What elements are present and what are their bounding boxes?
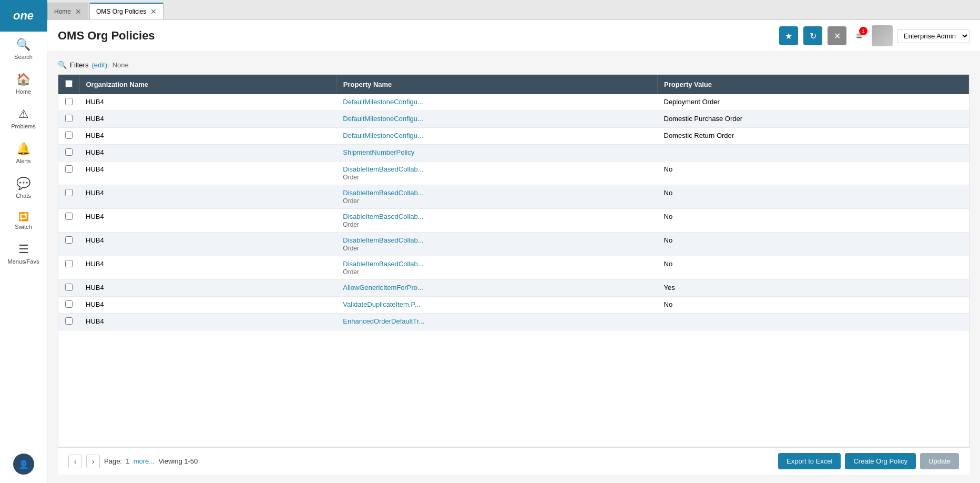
tab-home[interactable]: Home ✕ xyxy=(47,3,88,19)
col-org-name: Organization Name xyxy=(79,75,336,94)
row-checkbox[interactable] xyxy=(65,165,73,173)
tab-bar: Home ✕ OMS Org Policies ✕ xyxy=(47,0,980,20)
row-checkbox[interactable] xyxy=(65,132,73,139)
row-checkbox-cell xyxy=(58,111,79,128)
sidebar-item-menus[interactable]: ☰ Menus/Favs xyxy=(0,236,47,271)
export-excel-button[interactable]: Export to Excel xyxy=(778,453,841,469)
col-property-name: Property Name xyxy=(336,75,657,94)
menu-button[interactable]: ≡ 1 xyxy=(852,28,866,44)
row-property-name: DisableItemBasedCollab... Order xyxy=(336,185,657,209)
user-role-select[interactable]: Enterprise Admin xyxy=(897,29,969,43)
content-area: OMS Org Policies ★ ↻ ✕ ≡ 1 Enterprise Ad… xyxy=(47,20,980,483)
row-property-name: DisableItemBasedCollab... Order xyxy=(336,162,657,185)
star-button[interactable]: ★ xyxy=(779,26,798,45)
row-property-value: No xyxy=(658,162,969,185)
sidebar-item-chats[interactable]: 💬 Chats xyxy=(0,170,47,205)
filter-icon: 🔍 xyxy=(58,61,67,69)
row-property-value xyxy=(658,145,969,162)
more-pages-link[interactable]: more... xyxy=(134,457,155,465)
sidebar-item-search[interactable]: 🔍 Search xyxy=(0,32,47,66)
table-row: HUB4 EnhancedOrderDefaultTr... xyxy=(58,314,969,330)
tab-oms-label: OMS Org Policies xyxy=(96,8,146,15)
row-org-name: HUB4 xyxy=(79,145,336,162)
switch-icon: 🔁 xyxy=(18,212,29,222)
prev-page-button[interactable]: ‹ xyxy=(68,455,82,468)
row-checkbox[interactable] xyxy=(65,98,73,105)
row-checkbox-cell xyxy=(58,297,79,314)
row-checkbox[interactable] xyxy=(65,300,73,308)
row-checkbox[interactable] xyxy=(65,213,73,220)
tab-oms-org-policies[interactable]: OMS Org Policies ✕ xyxy=(89,3,164,19)
row-checkbox-cell xyxy=(58,209,79,233)
sidebar-item-problems[interactable]: ⚠ Problems xyxy=(0,101,47,136)
menus-icon: ☰ xyxy=(18,243,29,256)
row-checkbox[interactable] xyxy=(65,189,73,196)
row-org-name: HUB4 xyxy=(79,209,336,233)
filter-edit-link[interactable]: (edit): xyxy=(91,61,109,69)
row-checkbox[interactable] xyxy=(65,317,73,325)
sidebar-item-switch[interactable]: 🔁 Switch xyxy=(0,205,47,236)
table-row: HUB4 DefaultMilestoneConfigu... Domestic… xyxy=(58,128,969,145)
sidebar-item-user-avatar[interactable]: 👤 xyxy=(0,447,47,483)
menu-badge: 1 xyxy=(859,27,867,35)
sidebar-label-search: Search xyxy=(14,54,33,60)
user-area: Enterprise Admin xyxy=(872,25,969,46)
create-org-policy-button[interactable]: Create Org Policy xyxy=(845,453,916,469)
row-checkbox[interactable] xyxy=(65,148,73,156)
sidebar-item-alerts[interactable]: 🔔 Alerts xyxy=(0,136,47,170)
row-property-name: DefaultMilestoneConfigu... xyxy=(336,128,657,145)
tab-home-close[interactable]: ✕ xyxy=(75,7,81,16)
table-row: HUB4 ValidateDuplicateItem.P... No xyxy=(58,297,969,314)
row-checkbox[interactable] xyxy=(65,260,73,267)
row-checkbox-cell xyxy=(58,145,79,162)
row-property-name: DisableItemBasedCollab... Order xyxy=(336,256,657,280)
problems-icon: ⚠ xyxy=(18,107,29,121)
row-property-value: No xyxy=(658,233,969,256)
bottom-bar: ‹ › Page: 1 more... Viewing 1-50 Export … xyxy=(58,447,969,475)
col-property-value: Property Value xyxy=(658,75,969,94)
row-property-value: No xyxy=(658,297,969,314)
data-table: Organization Name Property Name Property… xyxy=(58,75,969,330)
row-checkbox-cell xyxy=(58,94,79,111)
table-row: HUB4 DefaultMilestoneConfigu... Deployme… xyxy=(58,94,969,111)
row-checkbox[interactable] xyxy=(65,115,73,122)
alerts-icon: 🔔 xyxy=(16,142,30,156)
row-org-name: HUB4 xyxy=(79,128,336,145)
table-body: HUB4 DefaultMilestoneConfigu... Deployme… xyxy=(58,94,969,330)
row-property-name: DisableItemBasedCollab... Order xyxy=(336,209,657,233)
sidebar-item-home[interactable]: 🏠 Home xyxy=(0,66,47,101)
row-property-name: DisableItemBasedCollab... Order xyxy=(336,233,657,256)
close-button[interactable]: ✕ xyxy=(828,26,846,45)
update-button[interactable]: Update xyxy=(920,453,959,469)
tab-oms-close[interactable]: ✕ xyxy=(150,7,157,16)
row-property-name: EnhancedOrderDefaultTr... xyxy=(336,314,657,330)
sidebar-label-switch: Switch xyxy=(15,224,32,230)
row-checkbox-cell xyxy=(58,280,79,297)
row-checkbox-cell xyxy=(58,185,79,209)
row-org-name: HUB4 xyxy=(79,162,336,185)
app-logo[interactable]: one xyxy=(0,0,47,32)
refresh-button[interactable]: ↻ xyxy=(803,26,822,45)
row-org-name: HUB4 xyxy=(79,297,336,314)
search-icon: 🔍 xyxy=(16,38,30,52)
chats-icon: 💬 xyxy=(16,177,30,190)
next-page-button[interactable]: › xyxy=(86,455,100,468)
page-info: Page: 1 more... Viewing 1-50 xyxy=(104,457,774,465)
home-icon: 🏠 xyxy=(16,73,30,86)
row-checkbox[interactable] xyxy=(65,236,73,244)
row-checkbox-cell xyxy=(58,128,79,145)
sidebar-label-home: Home xyxy=(16,88,31,95)
next-icon: › xyxy=(92,457,95,466)
table-row: HUB4 ShipmentNumberPolicy xyxy=(58,145,969,162)
row-property-value: Domestic Return Order xyxy=(658,128,969,145)
page-title: OMS Org Policies xyxy=(58,29,774,43)
select-all-checkbox[interactable] xyxy=(65,80,73,87)
filter-bar: 🔍 Filters (edit): None xyxy=(58,61,969,69)
row-checkbox[interactable] xyxy=(65,284,73,291)
row-org-name: HUB4 xyxy=(79,233,336,256)
filter-value: None xyxy=(113,61,129,69)
row-property-value xyxy=(658,314,969,330)
row-property-name: DefaultMilestoneConfigu... xyxy=(336,111,657,128)
table-header-row: Organization Name Property Name Property… xyxy=(58,75,969,94)
row-checkbox-cell xyxy=(58,162,79,185)
